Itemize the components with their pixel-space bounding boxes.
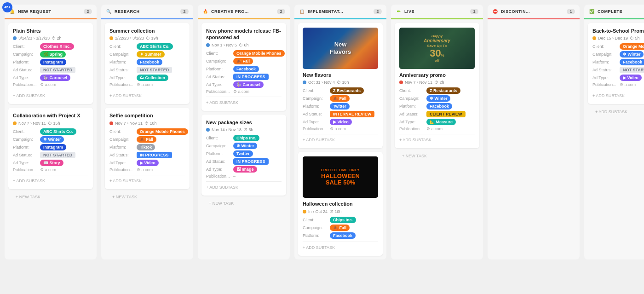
- date-dot: [109, 36, 113, 40]
- add-subtask-button[interactable]: + ADD SUBTASK: [206, 99, 282, 106]
- add-subtask-button[interactable]: + ADD SUBTASK: [109, 92, 185, 99]
- task-card: LIMITED TIME ONLY HALLOWEENSALE 50% Hall…: [298, 152, 383, 255]
- column-header: 🔔 NEW REQUEST 2: [5, 5, 97, 19]
- add-subtask-button[interactable]: + ADD SUBTASK: [303, 136, 378, 144]
- field-label: Campaign:: [13, 137, 38, 142]
- card-title: Halloween collection: [303, 201, 378, 207]
- date-dot: [13, 36, 17, 40]
- field-label: Ad Status:: [592, 68, 618, 72]
- add-subtask-button[interactable]: + ADD SUBTASK: [303, 244, 378, 251]
- new-task-button[interactable]: + NEW TASK: [398, 152, 476, 160]
- field-badge: ▶ Video: [330, 119, 352, 125]
- add-subtask-button[interactable]: + ADD SUBTASK: [399, 136, 475, 144]
- status-badge: NOT STARTED: [137, 67, 172, 73]
- date-range: 3/14/23 › 3/17/23: [18, 36, 50, 40]
- field-label: Ad Type:: [206, 82, 231, 87]
- field-badge: Chips Inc.: [330, 217, 356, 223]
- date-dot: [303, 81, 306, 84]
- field-row: Platform: Facebook: [109, 59, 185, 65]
- field-badge: Facebook: [426, 103, 452, 110]
- card-dates: Dec 15 › Dec 19 ⏱ 5h: [592, 36, 644, 40]
- card-fields: Client: ABC Shirts Co. Campaign: ❄ Winte…: [13, 128, 88, 172]
- field-row: Client: Clothes X Inc.: [13, 43, 88, 50]
- field-row: Publication... ⚙ a.com: [13, 167, 88, 172]
- field-row: Campaign: ❄ Winter: [206, 143, 282, 149]
- field-label: Publication...: [109, 82, 135, 87]
- add-subtask-button[interactable]: + ADD SUBTASK: [13, 177, 88, 184]
- new-task-button[interactable]: + NEW TASK: [12, 193, 89, 201]
- add-subtask-button[interactable]: + ADD SUBTASK: [13, 92, 88, 99]
- field-row: Publication... ⚙ a.com: [109, 167, 185, 172]
- field-badge: ☀ Summer: [137, 51, 165, 58]
- column-icon: 🔍: [106, 8, 112, 15]
- field-row: Ad Type: ▶ Video: [592, 75, 644, 81]
- field-label: Client:: [206, 136, 231, 140]
- field-value: ⚙ a.com: [330, 127, 346, 131]
- divider: [399, 134, 475, 134]
- field-badge: Facebook: [233, 66, 259, 72]
- field-label: Publication...: [206, 89, 231, 94]
- time-estimate: ⏱ 2h: [52, 36, 62, 40]
- field-label: Client:: [399, 88, 425, 93]
- field-row: Ad Type: 🖼 Image: [206, 166, 282, 173]
- new-task-button[interactable]: + NEW TASK: [205, 199, 282, 208]
- field-badge: Chips Inc.: [233, 135, 259, 141]
- date-dot: [592, 36, 596, 40]
- field-label: Platform:: [109, 60, 135, 64]
- time-estimate: ⏱ 10h: [337, 80, 349, 85]
- field-badge: ❄ Winter: [426, 95, 450, 102]
- field-label: Publication...: [592, 82, 618, 87]
- field-badge: Twitter: [330, 103, 350, 110]
- column-label: DISCONTIN...: [501, 9, 530, 14]
- field-row: Client: ABC Shirts Co.: [13, 128, 88, 135]
- field-row: Platform: Facebook: [303, 232, 378, 239]
- field-row: Ad Status: IN PROGRESS: [206, 74, 282, 80]
- field-label: Platform:: [303, 104, 328, 109]
- date-range: Dec 15 › Dec 19: [598, 36, 628, 40]
- divider: [303, 242, 378, 242]
- card-fields: Client: ABC Shirts Co. Campaign: ☀ Summe…: [109, 43, 185, 87]
- field-value: ⚙ a.com: [620, 82, 636, 87]
- field-badge: Tiktok: [137, 144, 155, 150]
- field-badge: Orange Mobile Phones: [620, 43, 644, 50]
- field-row: Client: Orange Mobile Phones: [109, 128, 185, 135]
- field-row: Platform: Tiktok: [109, 144, 185, 150]
- card-fields: Client: Orange Mobile Phones Campaign: ❄…: [592, 43, 644, 87]
- card-title: Summer collection: [109, 28, 185, 34]
- field-row: Publication... ⚙ a.com: [592, 82, 644, 87]
- field-row: Ad Type: 🗂 Collection: [109, 75, 185, 81]
- add-subtask-button[interactable]: + ADD SUBTASK: [206, 184, 282, 191]
- task-card: Summer collection 2/22/23 › 3/1/23 ⏱ 19h…: [105, 23, 190, 104]
- time-estimate: ⏱ 2h: [434, 80, 444, 85]
- column-label: IMPLEMENTAT...: [308, 9, 343, 14]
- column-header: ✅ COMPLETE 0: [584, 5, 644, 19]
- field-row: Ad Status: NOT STARTED: [13, 67, 88, 73]
- field-label: Platform:: [13, 60, 38, 64]
- status-badge: CLIENT REVIEW: [426, 111, 466, 117]
- field-row: Campaign: ❄ Winter: [399, 95, 475, 102]
- status-badge: NOT STARTED: [40, 152, 75, 158]
- new-task-button[interactable]: + NEW TASK: [109, 193, 186, 201]
- column-live: ✏ LIVE 1 Happy Anniversary Save Up To 30…: [391, 5, 483, 259]
- time-estimate: ⏱ 6h: [243, 127, 253, 132]
- field-badge: Twitter: [233, 150, 253, 157]
- date-dot: [206, 128, 210, 132]
- field-badge: Facebook: [137, 59, 162, 65]
- status-badge: NOT STARTED: [40, 67, 75, 73]
- field-label: Platform:: [206, 67, 231, 71]
- new-task-button[interactable]: + ADD SUBTASK: [592, 108, 644, 116]
- field-row: Campaign: ❄ Winter: [592, 51, 644, 58]
- field-label: Campaign:: [303, 96, 328, 101]
- add-subtask-button[interactable]: + ADD SUBTASK: [592, 92, 644, 99]
- field-row: Publication... –: [206, 174, 282, 179]
- field-label: Platform:: [592, 60, 618, 64]
- column-count: 2: [277, 9, 285, 14]
- time-estimate: ⏱ 10h: [329, 209, 342, 214]
- field-badge: Z Restaurants: [426, 87, 460, 94]
- field-row: Campaign: 🌿 Spring: [13, 51, 88, 58]
- column-icon: ✏: [396, 8, 402, 15]
- add-subtask-button[interactable]: + ADD SUBTASK: [109, 177, 185, 184]
- field-label: Platform:: [109, 145, 135, 150]
- column-count: 2: [180, 9, 189, 14]
- status-badge: INTERNAL REVIEW: [330, 111, 374, 117]
